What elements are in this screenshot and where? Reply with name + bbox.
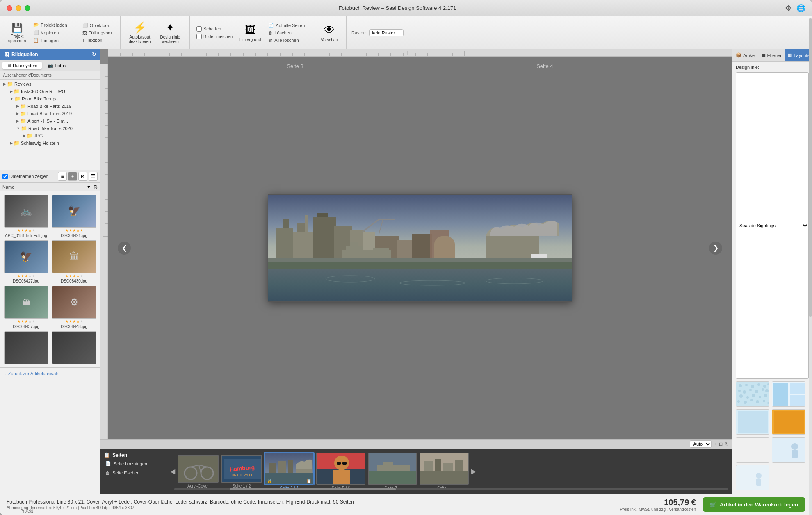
preview-icon: 👁 [324,23,335,37]
objectbox-button[interactable]: ⬜ Objektbox [80,22,115,29]
layout-swatch-orange[interactable] [772,409,805,435]
tab-ebenen[interactable]: ◼ Ebenen [759,49,786,61]
zoom-in-icon[interactable]: + [714,442,716,447]
tree-item-jpg[interactable]: ▶ 📁 JPG [0,132,100,139]
raster-select[interactable]: kein Raster [369,29,404,36]
filmstrip-scroll-right[interactable]: ▶ [471,467,476,475]
sort-options-icon[interactable]: ⇅ [94,184,98,190]
close-button[interactable] [7,5,12,11]
thumbnail-item[interactable]: ⚙ ★★★★★ DSC08448.jpg [51,286,97,329]
tab-artikel[interactable]: 📦 Artikel [732,49,759,61]
load-project-button[interactable]: 📂 Projekt laden [31,21,69,28]
design-line-select[interactable]: Seaside Sightings [736,72,809,379]
thumbnail-item[interactable] [51,331,97,364]
save-project-button[interactable]: 💾 Projektspeichern [5,21,29,45]
swatch-pale-image [736,465,769,490]
filmstrip-thumb-7 [368,453,417,485]
shadow-check[interactable] [196,26,202,32]
thumbnail-stars: ★★★★★ [17,228,35,232]
cart-btn-label: Artikel in den Warenkorb legen [720,501,798,508]
expand-arrow: ▶ [23,134,26,138]
view-grid-large-btn[interactable]: ⊠ [78,172,87,181]
refresh-icon[interactable]: ↻ [92,52,96,57]
textbox-button[interactable]: T Textbox [80,37,115,43]
tree-item-trenga[interactable]: ▼ 📁 Road Bike Trenga [0,95,100,103]
view-details-btn[interactable]: ☰ [89,172,98,181]
filmstrip-page-cover[interactable]: Acryl-Cover [178,455,219,488]
delete-page-button[interactable]: 🗑 Seite löschen [104,469,162,476]
zoom-select[interactable]: Auto [690,440,712,448]
tree-item-reviews[interactable]: ▶ 📁 Reviews [0,80,100,88]
layout-swatch-dots[interactable] [736,381,769,407]
copy-button[interactable]: ⬜ Kopieren [31,29,69,36]
thumbnail-item[interactable] [3,331,49,364]
tab-filesystem-label: Dateisystem [13,63,38,68]
layout-swatch-pale[interactable] [736,465,769,490]
filmstrip-scroll-left[interactable]: ◀ [170,467,175,475]
filmstrip-page-7[interactable]: Seite 7... [368,453,417,490]
nav-next-button[interactable]: ❯ [709,242,722,255]
thumbnail-name: DSC08427.jpg [13,279,39,283]
thumbnail-item[interactable]: 🦅 ★★★★★ DSC08421.jpg [51,195,97,238]
layout-swatch-light[interactable] [736,409,769,435]
minimize-button[interactable] [16,5,21,11]
svg-rect-96 [269,463,276,473]
canvas-zoom-bar: − Auto + ⊞ ↻ [100,439,732,449]
layout-swatch-figure[interactable] [772,437,805,463]
svg-rect-153 [792,450,798,458]
filmstrip-page-1-2[interactable]: Hamburg OR DIE WELT. Seite 1 / 2 [221,455,262,488]
thumbnail-item[interactable]: 🏔 ★★★★★ DSC08437.jpg [3,286,49,329]
filmstrip-page-last[interactable]: Seite ... [420,453,469,490]
tab-photos[interactable]: 📷 Fotos [43,62,71,69]
view-list-btn[interactable]: ≡ [58,172,67,181]
thumbnail-item[interactable]: 🦅 ★★★★★ DSC08427.jpg [3,240,49,283]
rotate-icon[interactable]: ↻ [725,442,729,447]
tab-filesystem[interactable]: 🖥 Dateisystem [2,62,42,69]
settings-icon[interactable]: ⚙ [785,4,791,13]
tab-layouts[interactable]: ▦ Layouts [785,49,812,61]
mix-images-checkbox[interactable]: Bilder mischen [195,33,235,40]
filename-checkbox[interactable] [2,174,8,179]
tree-item-aiport[interactable]: ▶ 📁 Aiport - HSV - Eim... [0,117,100,125]
copy-label: Kopieren [41,30,59,35]
tree-item-insta360[interactable]: ▶ 📁 Insta360 One R - JPG [0,88,100,95]
fillbox-button[interactable]: 🖼 Füllungsbox [80,30,115,36]
autolayout-button[interactable]: ⚡ AutoLayoutdeaktivieren [125,20,154,46]
thumbnail-stars: ★★★★★ [65,319,83,324]
add-to-cart-button[interactable]: 🛒 Artikel in den Warenkorb legen [703,497,805,512]
traffic-lights [7,5,30,11]
nav-prev-button[interactable]: ❮ [118,242,131,255]
add-page-button[interactable]: 📄 Seite hinzufügen [104,460,162,467]
fit-icon[interactable]: ⊞ [719,442,723,447]
filmstrip-page-5-6[interactable]: Seite 5 / 6 [316,453,365,490]
tree-item-schleswig[interactable]: ▶ 📁 Schleswig-Holstein [0,139,100,147]
ebenen-icon: ◼ [762,52,766,58]
layout-swatch-white[interactable] [736,437,769,463]
tree-item-parts2019[interactable]: ▶ 📁 Road Bike Parts 2019 [0,103,100,110]
svg-rect-147 [738,411,768,433]
apply-all-button[interactable]: 📄 Auf alle Seiten [266,22,307,29]
preview-button[interactable]: 👁 Vorschau [317,22,341,44]
filmstrip-page-3-4[interactable]: 🔒 📋 Seite 3 / 4 [265,453,314,490]
designline-button[interactable]: ✦ Designliniewechseln [156,20,185,46]
sort-arrow[interactable]: ▼ [87,185,91,189]
svg-point-132 [746,396,749,399]
svg-point-130 [765,389,769,392]
fullscreen-button[interactable] [25,5,30,11]
zoom-out-icon[interactable]: − [684,442,687,447]
filename-toggle[interactable]: Dateinamen zeigen [2,174,48,179]
delete-button[interactable]: 🗑 Löschen [266,30,307,36]
tree-item-tours2020[interactable]: ▼ 📁 Road Bike Tours 2020 [0,125,100,132]
delete-all-button[interactable]: 🗑 Alle löschen [266,37,307,43]
back-to-article-button[interactable]: ‹ Zurück zur Artikelauswahl [0,367,100,379]
shadow-checkbox[interactable]: Schatten [195,25,235,32]
thumbnail-item[interactable]: 🚲 ★★★★★ APC_0181-hdr-Edit.jpg [3,195,49,238]
mix-images-check[interactable] [196,34,202,39]
tree-item-tours2019[interactable]: ▶ 📁 Road Bike Tours 2019 [0,110,100,117]
thumbnail-item[interactable]: 🏛 ★★★★★ DSC08430.jpg [51,240,97,283]
view-grid-btn[interactable]: ⊞ [68,172,77,181]
paste-button[interactable]: 📋 Einfügen [31,37,69,44]
layout-swatch-split[interactable] [772,381,805,407]
globe-icon[interactable]: 🌐 [796,4,805,13]
background-button[interactable]: 🖼 Hintergrund [236,22,264,43]
